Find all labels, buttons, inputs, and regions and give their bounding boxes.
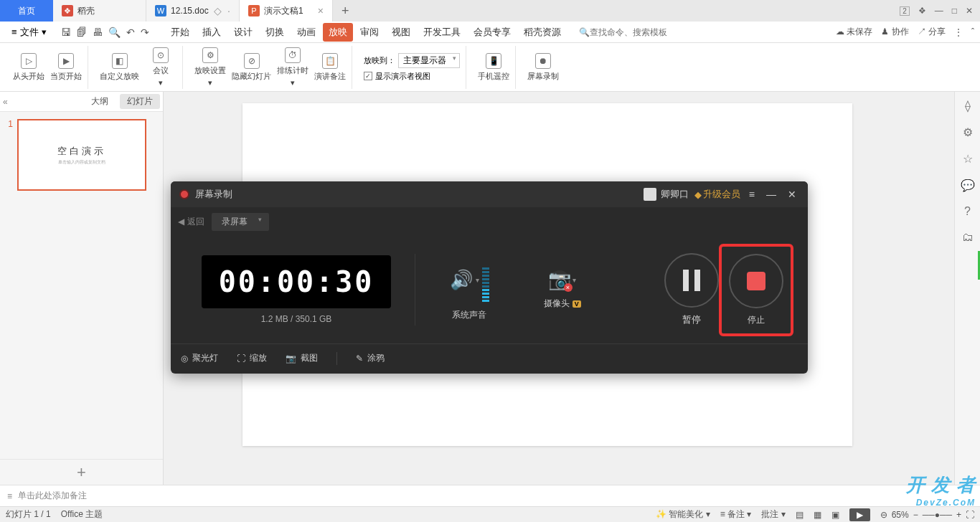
hide-slide-button[interactable]: ⊘隐藏幻灯片 xyxy=(232,53,271,82)
badge-count[interactable]: 2 xyxy=(900,6,910,16)
view-normal-icon[interactable]: ▤ xyxy=(796,510,804,520)
notes-bar[interactable]: ≡ 单击此处添加备注 xyxy=(0,485,980,506)
add-slide-button[interactable]: + xyxy=(77,463,86,482)
collab-button[interactable]: ♟ 协作 xyxy=(881,26,908,38)
gear-icon: ⚙ xyxy=(202,47,218,63)
tool-star-icon[interactable]: ☆ xyxy=(963,152,973,166)
undo-icon[interactable]: ↶ xyxy=(126,27,135,38)
beautify-button[interactable]: ✨ 智能美化 ▾ xyxy=(656,508,710,521)
comments-toggle[interactable]: 批注 ▾ xyxy=(761,508,785,521)
zoom-out-icon[interactable]: − xyxy=(913,510,918,520)
search-input[interactable] xyxy=(590,27,676,37)
command-search[interactable]: 🔍 xyxy=(579,27,676,37)
share-button[interactable]: ↗ 分享 xyxy=(918,26,946,38)
tool-settings-icon[interactable]: ⚙ xyxy=(963,125,973,139)
view-reading-icon[interactable]: ▣ xyxy=(831,510,839,520)
saveas-icon[interactable]: 🗐 xyxy=(77,27,87,38)
recorder-user[interactable]: 卿卿口 xyxy=(644,188,689,201)
zoom-slider-icon[interactable]: ⊖ xyxy=(880,510,887,520)
presenter-view-checkbox[interactable]: ✓ xyxy=(364,72,372,80)
pin-icon[interactable]: ◇ xyxy=(214,5,222,16)
close-icon[interactable]: · xyxy=(227,5,230,16)
new-tab-button[interactable]: + xyxy=(333,0,354,22)
collapse-ribbon-icon[interactable]: ˆ xyxy=(971,27,974,37)
rehearse-button[interactable]: ⏱排练计时▾ xyxy=(277,47,308,87)
annotate-tool[interactable]: ✎ 涂鸦 xyxy=(356,352,385,364)
camera-control[interactable]: 📷▾ 摄像头 V xyxy=(516,270,609,310)
collapse-panel-icon[interactable]: « xyxy=(3,97,8,107)
quick-access-toolbar: 🖫 🗐 🖶 🔍 ↶ ↷ xyxy=(54,27,156,38)
tab-insert[interactable]: 插入 xyxy=(197,23,227,42)
window-controls: 2 ❖ — □ ✕ xyxy=(900,6,980,16)
tab-docB[interactable]: W12.15.doc◇· xyxy=(146,0,240,22)
screen-record-button[interactable]: ⏺屏幕录制 xyxy=(527,53,559,82)
maximize-icon[interactable]: □ xyxy=(952,6,957,16)
tool-help-icon[interactable]: ? xyxy=(964,205,971,218)
custom-show-button[interactable]: ◧自定义放映 xyxy=(100,53,139,82)
record-mode-select[interactable]: 录屏幕 xyxy=(212,213,269,231)
close-window-icon[interactable]: ✕ xyxy=(966,6,973,16)
tab-transition[interactable]: 切换 xyxy=(260,23,290,42)
recorder-close-icon[interactable]: ✕ xyxy=(785,189,799,200)
print-icon[interactable]: 🖶 xyxy=(93,27,103,38)
tool-ai-icon[interactable]: ⟠ xyxy=(965,99,971,113)
slide-thumb-1[interactable]: 1 空白演示 单击输入内容或复制文档 xyxy=(4,119,159,191)
tab-review[interactable]: 审阅 xyxy=(354,23,385,42)
display-target-select[interactable]: 主要显示器 xyxy=(398,53,460,68)
upgrade-button[interactable]: ◆ 升级会员 xyxy=(694,188,740,201)
from-start-button[interactable]: ▷从头开始 xyxy=(13,53,44,82)
close-icon[interactable]: × xyxy=(318,5,324,16)
outline-tab[interactable]: 大纲 xyxy=(84,94,116,109)
screenshot-tool[interactable]: 📷 截图 xyxy=(286,352,318,364)
app-icon-r: ❖ xyxy=(62,5,73,16)
stop-highlight: 停止 xyxy=(719,244,793,336)
meeting-button[interactable]: ⊙会议▾ xyxy=(145,47,176,87)
zoom-track[interactable]: ──●── xyxy=(923,510,952,520)
file-menu[interactable]: ≡ 文件 ▾ xyxy=(6,24,52,40)
tab-home[interactable]: 首页 xyxy=(0,0,53,22)
slides-tab[interactable]: 幻灯片 xyxy=(120,94,160,109)
notes-toggle[interactable]: ≡ 备注 ▾ xyxy=(720,508,752,521)
apps-icon[interactable]: ❖ xyxy=(918,6,926,16)
zoom-tool[interactable]: ⛶ 缩放 xyxy=(237,352,267,364)
tab-member[interactable]: 会员专享 xyxy=(468,23,517,42)
stop-button[interactable] xyxy=(729,254,783,308)
view-sorter-icon[interactable]: ▦ xyxy=(814,510,821,520)
tab-design[interactable]: 设计 xyxy=(228,23,258,42)
save-icon[interactable]: 🖫 xyxy=(61,27,71,38)
tool-assets-icon[interactable]: 🗂 xyxy=(962,231,974,244)
show-settings-button[interactable]: ⚙放映设置▾ xyxy=(194,47,226,87)
notes-placeholder[interactable]: 单击此处添加备注 xyxy=(18,490,973,502)
recorder-menu-icon[interactable]: ≡ xyxy=(746,189,758,200)
play-button[interactable]: ▶ xyxy=(849,508,870,521)
phone-remote-button[interactable]: 📱手机遥控 xyxy=(478,53,509,82)
redo-icon[interactable]: ↷ xyxy=(141,27,149,38)
tab-animation[interactable]: 动画 xyxy=(291,23,321,42)
spotlight-tool[interactable]: ◎ 聚光灯 xyxy=(181,352,218,364)
preview-icon[interactable]: 🔍 xyxy=(108,27,121,38)
minimize-icon[interactable]: — xyxy=(935,6,943,16)
unsaved-button[interactable]: ☁ 未保存 xyxy=(836,26,872,38)
tab-start[interactable]: 开始 xyxy=(165,23,195,42)
tool-chat-icon[interactable]: 💬 xyxy=(961,179,975,192)
tab-docC-active[interactable]: P演示文稿1× xyxy=(240,0,333,22)
speaker-notes-button[interactable]: 📋演讲备注 xyxy=(314,53,346,82)
from-current-button[interactable]: ▶当页开始 xyxy=(50,53,82,82)
recorder-minimize-icon[interactable]: — xyxy=(763,189,779,200)
tab-label: 12.15.doc xyxy=(171,6,209,16)
tab-slideshow[interactable]: 放映 xyxy=(323,23,353,42)
tab-view[interactable]: 视图 xyxy=(386,23,416,42)
pause-label: 暂停 xyxy=(682,313,701,326)
tab-resources[interactable]: 稻壳资源 xyxy=(518,23,567,42)
recorder-titlebar[interactable]: 屏幕录制 卿卿口 ◆ 升级会员 ≡ — ✕ xyxy=(171,181,808,207)
zoom-in-icon[interactable]: + xyxy=(956,510,961,520)
zoom-value: 65% xyxy=(892,510,909,520)
audio-source-control[interactable]: 🔊▾ 系统声音 xyxy=(423,259,516,321)
fit-icon[interactable]: ⛶ xyxy=(966,510,974,520)
recorder-back-button[interactable]: ◀ 返回 xyxy=(178,216,204,228)
pause-button[interactable] xyxy=(664,253,719,308)
speaker-icon: 🔊 xyxy=(450,269,473,291)
tab-docA[interactable]: ❖稻壳 xyxy=(53,0,146,22)
more-icon[interactable]: ⋮ xyxy=(954,27,963,37)
tab-devtools[interactable]: 开发工具 xyxy=(418,23,466,42)
